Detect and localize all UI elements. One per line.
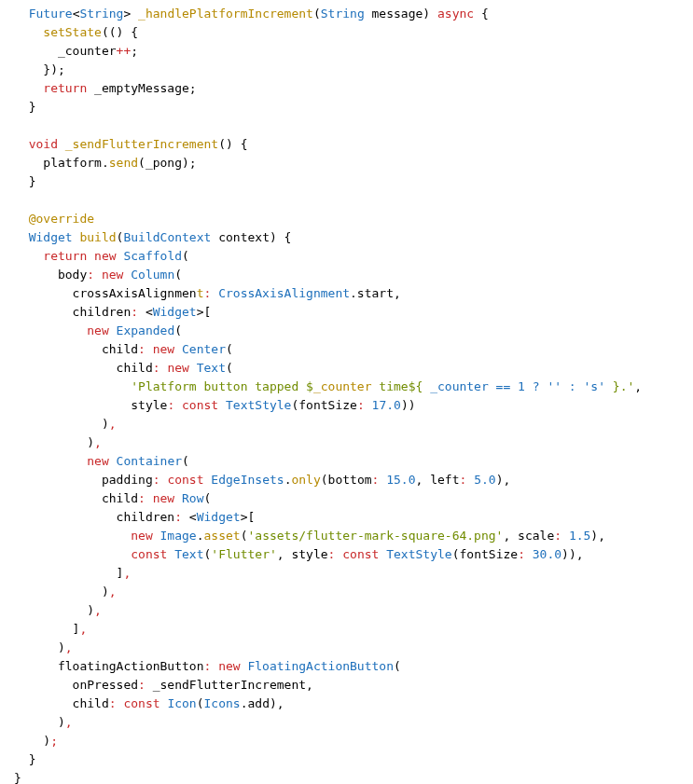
- code-line: crossAxisAlignment: CrossAxisAlignment.s…: [14, 286, 401, 300]
- token-kw: new: [153, 342, 174, 356]
- token-plain: (: [394, 659, 401, 673]
- token-plain: });: [14, 62, 65, 76]
- code-line: floatingActionButton: new FloatingAction…: [14, 659, 401, 673]
- token-plain: ),: [590, 529, 605, 543]
- token-type: FloatingActionButton: [247, 659, 394, 673]
- token-plain: child: [14, 491, 138, 505]
- token-plain: [211, 286, 218, 300]
- token-plain: [14, 212, 29, 226]
- token-plain: child: [14, 361, 153, 375]
- token-plain: ]: [14, 622, 79, 636]
- code-line: style: const TextStyle(fontSize: 17.0)): [14, 398, 416, 412]
- code-line: @override: [14, 212, 94, 226]
- token-kw: new: [153, 491, 174, 505]
- token-plain: padding: [14, 473, 153, 487]
- token-plain: {: [474, 7, 489, 21]
- code-line: new Container(: [14, 454, 189, 468]
- token-plain: [87, 249, 94, 263]
- token-kw: ,: [123, 566, 131, 580]
- token-kw: void: [29, 137, 58, 151]
- token-type: Text: [197, 361, 226, 375]
- code-line: const Text('Flutter', style: const TextS…: [14, 547, 584, 561]
- token-type: BuildContext: [123, 230, 211, 244]
- token-plain: (: [204, 491, 212, 505]
- token-kw: new: [94, 249, 116, 263]
- token-kw: new: [167, 361, 188, 375]
- token-kw: :: [174, 510, 182, 524]
- token-type: EdgeInsets: [211, 473, 284, 487]
- token-plain: floatingActionButton: [14, 659, 204, 673]
- token-type: Icon: [167, 696, 196, 710]
- code-line: ),: [14, 603, 102, 617]
- token-plain: [14, 249, 43, 263]
- token-kw: :: [87, 268, 94, 282]
- code-line: ),: [14, 640, 73, 654]
- token-plain: [605, 379, 613, 393]
- code-line: return _emptyMessage;: [14, 81, 197, 95]
- token-plain: [423, 379, 430, 393]
- token-plain: (() {: [102, 25, 138, 39]
- code-line: return new Scaffold(: [14, 249, 189, 263]
- token-plain: onPressed: [14, 678, 138, 692]
- token-plain: .add),: [241, 696, 284, 710]
- token-num: 1.5: [569, 529, 590, 543]
- token-anno: @override: [29, 212, 94, 226]
- token-plain: [109, 323, 117, 337]
- token-plain: (_pong);: [138, 156, 197, 170]
- token-type: TextStyle: [226, 398, 291, 412]
- token-type: Text: [174, 547, 203, 561]
- token-plain: crossAxisAlignmen: [14, 286, 197, 300]
- token-kw: new: [102, 268, 123, 282]
- code-line: child: new Text(: [14, 361, 233, 375]
- token-num: 5.0: [474, 473, 495, 487]
- token-plain: ): [14, 734, 50, 748]
- code-line: 'Platform button tapped $_counter time${…: [14, 379, 642, 393]
- token-plain: ;: [131, 44, 138, 58]
- token-kw: const: [131, 547, 167, 561]
- token-plain: }: [14, 752, 35, 766]
- token-kw: :: [109, 696, 117, 710]
- token-str: }.': [613, 379, 634, 393]
- code-line: );: [14, 734, 58, 748]
- token-kw: ,: [65, 640, 73, 654]
- token-plain: _sendFlutterIncrement,: [146, 678, 313, 692]
- token-plain: [174, 491, 182, 505]
- token-plain: [131, 7, 138, 21]
- token-plain: context) {: [211, 230, 291, 244]
- token-method: _sendFlutterIncrement: [65, 137, 218, 151]
- token-kw: :: [138, 342, 146, 356]
- token-method: build: [79, 230, 116, 244]
- token-num: 15.0: [386, 473, 415, 487]
- code-line: ),: [14, 435, 102, 449]
- code-line: ],: [14, 622, 87, 636]
- token-type: Center: [182, 342, 226, 356]
- token-plain: , style: [277, 547, 328, 561]
- token-plain: (: [182, 454, 189, 468]
- token-type: String: [321, 7, 365, 21]
- token-plain: ): [14, 640, 65, 654]
- token-plain: [14, 230, 29, 244]
- code-line: body: new Column(: [14, 268, 182, 282]
- token-method: t: [197, 286, 204, 300]
- token-type: Image: [160, 529, 197, 543]
- code-line: setState(() {: [14, 25, 138, 39]
- token-plain: platform.: [14, 156, 109, 170]
- token-plain: [109, 454, 117, 468]
- token-plain: , left: [416, 473, 460, 487]
- code-line: }: [14, 100, 35, 114]
- token-plain: (: [182, 249, 189, 263]
- token-kw: new: [87, 454, 108, 468]
- token-kw: :: [131, 305, 138, 319]
- token-kw: ,: [94, 603, 102, 617]
- token-kw: ;: [50, 734, 58, 748]
- code-line: }: [14, 771, 21, 784]
- token-kw: const: [182, 398, 218, 412]
- token-plain: ): [14, 585, 109, 598]
- token-method: send: [109, 156, 138, 170]
- token-plain: child: [14, 696, 109, 710]
- code-line: }: [14, 752, 35, 766]
- code-line: Future<String> _handlePlatformIncrement(…: [14, 7, 489, 21]
- code-line: child: new Row(: [14, 491, 211, 505]
- token-kw: ,: [79, 622, 87, 636]
- token-plain: child: [14, 342, 138, 356]
